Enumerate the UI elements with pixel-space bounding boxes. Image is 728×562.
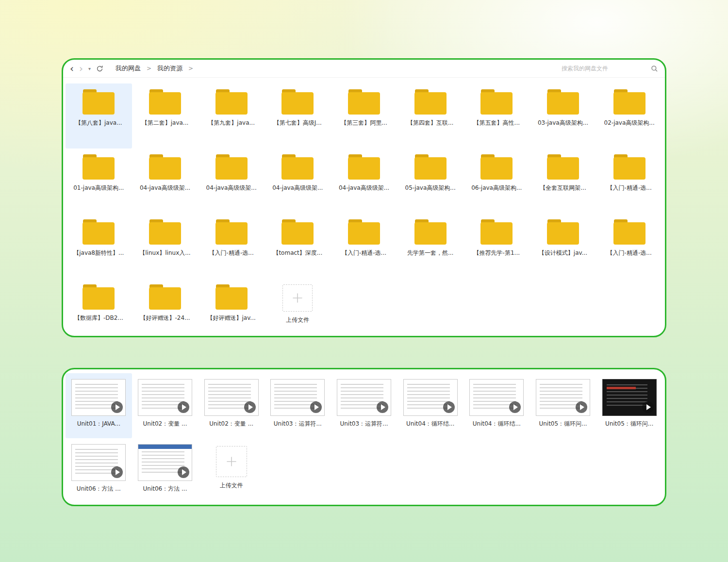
folder-icon	[83, 219, 115, 245]
upload-tile-folders[interactable]: 上传文件	[265, 279, 331, 337]
upload-tile-videos[interactable]: 上传文件	[198, 438, 265, 503]
video-thumbnail	[138, 444, 192, 481]
video-thumbnail	[138, 379, 192, 416]
folder-icon	[480, 154, 513, 180]
video-thumbnail	[602, 379, 657, 416]
folder-icon	[83, 284, 115, 310]
folder-name: 【tomact】深度...	[273, 249, 322, 257]
folder-item[interactable]: 先学第一套，然...	[397, 214, 463, 279]
video-grid: Unit01：JAVA...Unit02：变量 ...Unit02：变量 ...…	[63, 369, 665, 503]
folder-name: 【java8新特性】...	[73, 249, 124, 257]
folder-icon	[215, 284, 248, 310]
folder-name: 【linux】linux入...	[139, 249, 190, 257]
video-name: Unit02：变量 ...	[143, 420, 187, 428]
video-thumbnail	[204, 379, 259, 416]
folder-name: 【入门-精通-选...	[209, 249, 254, 257]
video-name: Unit06：方法 ...	[77, 485, 121, 493]
folder-name: 【好评赠送】-24...	[140, 314, 190, 322]
folder-name: 04-java高级级架...	[272, 184, 323, 192]
breadcrumb-item-current[interactable]: 我的资源	[157, 64, 182, 73]
breadcrumb: 我的网盘 > 我的资源 >	[116, 64, 193, 73]
play-icon	[178, 401, 189, 413]
folder-name: 【第三套】阿里...	[341, 119, 387, 127]
video-item[interactable]: Unit06：方法 ...	[132, 438, 199, 503]
video-name: Unit04：循环结...	[406, 420, 454, 428]
folder-item[interactable]: 04-java高级级架...	[198, 149, 265, 214]
folder-item[interactable]: 【第三套】阿里...	[331, 83, 397, 149]
search-box	[561, 65, 658, 72]
video-item[interactable]: Unit01：JAVA...	[66, 373, 132, 438]
folder-icon	[414, 219, 447, 245]
folder-item[interactable]: 【第五套】高性...	[463, 83, 530, 149]
forward-icon[interactable]: ›	[79, 64, 83, 73]
video-item[interactable]: Unit02：变量 ...	[198, 373, 265, 438]
plus-icon	[216, 446, 247, 477]
folder-item[interactable]: 【第九套】java...	[198, 83, 265, 149]
video-name: Unit03：运算符...	[340, 420, 388, 428]
folder-item[interactable]: 【入门-精通-选...	[596, 149, 662, 214]
folder-item[interactable]: 【第八套】java...	[66, 83, 132, 149]
folder-item[interactable]: 02-java高级架构...	[596, 83, 662, 149]
folder-item[interactable]: 【第二套】java...	[132, 83, 199, 149]
video-item[interactable]: Unit05：循环问...	[530, 373, 596, 438]
folder-item[interactable]: 【好评赠送】jav...	[198, 279, 265, 337]
video-name: Unit05：循环问...	[605, 420, 653, 428]
video-item[interactable]: Unit06：方法 ...	[66, 438, 132, 503]
folder-item[interactable]: 【java8新特性】...	[66, 214, 132, 279]
video-name: Unit05：循环问...	[539, 420, 587, 428]
back-icon[interactable]: ‹	[70, 64, 74, 73]
play-icon	[642, 401, 654, 413]
folder-name: 【第五套】高性...	[474, 119, 520, 127]
breadcrumb-item-root[interactable]: 我的网盘	[116, 64, 141, 73]
folder-item[interactable]: 04-java高级级架...	[132, 149, 199, 214]
folder-item[interactable]: 05-java高级架构...	[397, 149, 463, 214]
folder-item[interactable]: 【全套互联网架...	[530, 149, 596, 214]
folder-item[interactable]: 【数据库】-DB2...	[66, 279, 132, 337]
folder-item[interactable]: 【入门-精通-选...	[331, 214, 397, 279]
folder-item[interactable]: 【tomact】深度...	[265, 214, 331, 279]
video-item[interactable]: Unit04：循环结...	[397, 373, 463, 438]
folder-item[interactable]: 【入门-精通-选...	[596, 214, 662, 279]
folder-item[interactable]: 01-java高级架构...	[66, 149, 132, 214]
play-icon	[310, 401, 322, 413]
video-item[interactable]: Unit04：循环结...	[463, 373, 530, 438]
video-item[interactable]: Unit02：变量 ...	[132, 373, 199, 438]
folder-name: 02-java高级架构...	[604, 119, 655, 127]
folder-name: 【好评赠送】jav...	[207, 314, 256, 322]
search-icon[interactable]	[651, 65, 658, 72]
breadcrumb-separator: >	[147, 65, 151, 72]
video-name: Unit02：变量 ...	[209, 420, 253, 428]
folder-name: 06-java高级架构...	[471, 184, 522, 192]
folder-item[interactable]: 【第四套】互联...	[397, 83, 463, 149]
folder-icon	[215, 89, 248, 115]
folder-item[interactable]: 【第七套】高级J...	[265, 83, 331, 149]
video-thumbnail	[403, 379, 458, 416]
folder-icon	[215, 219, 248, 245]
video-item[interactable]: Unit03：运算符...	[265, 373, 331, 438]
folder-name: 【入门-精通-选...	[342, 249, 386, 257]
folder-icon	[480, 89, 513, 115]
folder-item[interactable]: 【linux】linux入...	[132, 214, 199, 279]
folder-item[interactable]: 06-java高级架构...	[463, 149, 530, 214]
folder-item[interactable]: 04-java高级级架...	[265, 149, 331, 214]
folder-icon	[83, 89, 115, 115]
folder-name: 【入门-精通-选...	[607, 184, 652, 192]
folder-icon	[414, 154, 447, 180]
folder-name: 【第八套】java...	[75, 119, 122, 127]
video-thumbnail	[469, 379, 524, 416]
folder-name: 【全套互联网架...	[540, 184, 586, 192]
folder-item[interactable]: 【入门-精通-选...	[198, 214, 265, 279]
folder-icon	[149, 154, 181, 180]
folder-item[interactable]: 【推荐先学-第1...	[463, 214, 530, 279]
folder-item[interactable]: 【好评赠送】-24...	[132, 279, 199, 337]
refresh-icon[interactable]	[96, 65, 103, 72]
folder-icon	[547, 89, 579, 115]
video-item[interactable]: Unit03：运算符...	[331, 373, 397, 438]
breadcrumb-separator: >	[188, 65, 193, 72]
video-item[interactable]: Unit05：循环问...	[596, 373, 662, 438]
dropdown-caret-icon[interactable]: ▾	[88, 66, 91, 71]
folder-item[interactable]: 04-java高级级架...	[331, 149, 397, 214]
folder-item[interactable]: 【设计模式】jav...	[530, 214, 596, 279]
folder-item[interactable]: 03-java高级架构...	[530, 83, 596, 149]
search-input[interactable]	[561, 65, 646, 72]
